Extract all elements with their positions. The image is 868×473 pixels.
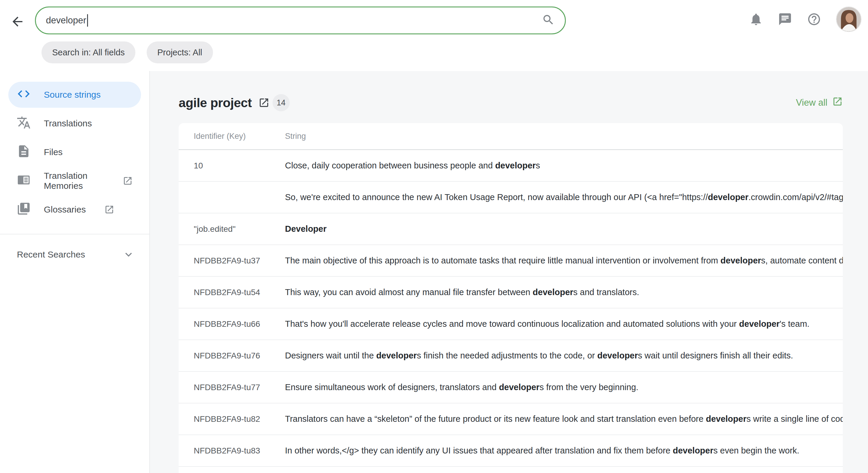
external-link-icon xyxy=(832,96,843,109)
chevron-down-icon xyxy=(122,248,135,261)
sidebar-item-label: Translations xyxy=(44,119,92,129)
topbar: developer Search in: All fields Projects… xyxy=(0,0,868,71)
question-circle-icon xyxy=(807,23,821,27)
row-string: Ensure simultaneous work of designers, t… xyxy=(285,382,843,392)
project-title: agile project xyxy=(179,96,252,110)
row-key: 10 xyxy=(179,161,285,170)
view-all-label: View all xyxy=(796,97,828,108)
search-icon[interactable] xyxy=(542,13,555,28)
row-string: Translators can have a “skeleton” of the… xyxy=(285,414,843,424)
row-key: NFDBB2FA9-tu83 xyxy=(179,446,285,455)
file-icon xyxy=(17,144,31,161)
sidebar-item-glossaries[interactable]: Glossaries xyxy=(8,197,141,223)
row-string: That's how you'll accelerate release cyc… xyxy=(285,319,843,329)
recent-searches-label: Recent Searches xyxy=(17,249,85,260)
table-row[interactable]: NFDBB2FA9-tu77Ensure simultaneous work o… xyxy=(179,372,843,403)
text-caret xyxy=(87,14,88,27)
table-row[interactable]: NFDBB2FA9-tu82Translators can have a “sk… xyxy=(179,403,843,435)
content-area: Source strings Translations Files xyxy=(0,71,868,473)
result-count-badge: 14 xyxy=(273,94,290,111)
table-row[interactable]: So, we're excited to announce the new AI… xyxy=(179,182,843,213)
sidebar-item-translations[interactable]: Translations xyxy=(8,110,141,136)
results-table: Identifier (Key) String 10Close, daily c… xyxy=(179,123,843,473)
sidebar-item-label: Source strings xyxy=(44,90,101,100)
table-body: 10Close, daily cooperation between busin… xyxy=(179,150,843,473)
view-all-link[interactable]: View all xyxy=(796,96,843,109)
arrow-left-icon xyxy=(10,26,25,30)
row-key: NFDBB2FA9-tu66 xyxy=(179,319,285,329)
sidebar-item-label: Glossaries xyxy=(44,205,86,214)
sidebar-item-files[interactable]: Files xyxy=(8,139,141,165)
external-link-icon xyxy=(123,176,133,186)
row-string: So, we're excited to announce the new AI… xyxy=(285,192,843,202)
row-string: The main objective of this approach is t… xyxy=(285,256,843,266)
row-key: NFDBB2FA9-tu82 xyxy=(179,414,285,424)
row-key: NFDBB2FA9-tu77 xyxy=(179,383,285,392)
project-link[interactable]: agile project xyxy=(179,96,270,110)
row-key: NFDBB2FA9-tu37 xyxy=(179,256,285,266)
messages-button[interactable] xyxy=(778,12,792,26)
row-string: This way, you can avoid almost any manua… xyxy=(285,288,843,297)
row-key: "job.edited" xyxy=(179,224,285,234)
sidebar-divider xyxy=(0,234,149,234)
project-heading-row: agile project 14 View all xyxy=(179,94,843,111)
search-input[interactable]: developer xyxy=(35,6,566,34)
row-string: Close, daily cooperation between busines… xyxy=(285,161,843,170)
external-link-icon xyxy=(258,97,270,108)
table-row[interactable]: NFDBB2FA9-tu83In other words,</g> they c… xyxy=(179,435,843,467)
code-icon xyxy=(17,87,31,103)
sidebar-item-source-strings[interactable]: Source strings xyxy=(8,82,141,108)
external-link-icon xyxy=(104,205,114,214)
column-header-key: Identifier (Key) xyxy=(179,132,285,141)
recent-searches-toggle[interactable]: Recent Searches xyxy=(17,248,135,261)
translate-icon xyxy=(17,115,31,132)
sidebar-item-translation-memories[interactable]: Translation Memories xyxy=(8,168,141,194)
column-header-string: String xyxy=(285,132,843,141)
table-row[interactable]: NFDBB2FA9-tu54This way, you can avoid al… xyxy=(179,277,843,308)
row-string: Developer xyxy=(285,224,843,234)
table-header: Identifier (Key) String xyxy=(179,123,843,150)
table-row[interactable]: NFDBB2FA9-tu83The prototyping stage will… xyxy=(179,467,843,473)
table-row[interactable]: NFDBB2FA9-tu37The main objective of this… xyxy=(179,245,843,277)
search-value: developer xyxy=(46,15,86,26)
topbar-actions xyxy=(749,6,862,33)
sidebar-item-label: Files xyxy=(44,147,63,157)
table-row[interactable]: "job.edited"Developer xyxy=(179,213,843,245)
sidebar-item-label: Translation Memories xyxy=(44,171,104,191)
row-key: NFDBB2FA9-tu76 xyxy=(179,351,285,361)
row-string: Designers wait until the developers fini… xyxy=(285,351,843,361)
search-results: agile project 14 View all Identifier (Ke… xyxy=(150,71,868,473)
translation-memory-icon xyxy=(17,173,31,189)
table-row[interactable]: 10Close, daily cooperation between busin… xyxy=(179,150,843,182)
filter-chip-search-in[interactable]: Search in: All fields xyxy=(41,41,135,63)
row-string: In other words,</g> they can identify an… xyxy=(285,446,843,455)
chat-icon xyxy=(778,23,792,27)
help-button[interactable] xyxy=(807,12,821,26)
table-row[interactable]: NFDBB2FA9-tu76Designers wait until the d… xyxy=(179,340,843,372)
table-row[interactable]: NFDBB2FA9-tu66That's how you'll accelera… xyxy=(179,308,843,340)
notifications-button[interactable] xyxy=(749,12,763,26)
user-avatar[interactable] xyxy=(836,6,862,32)
bell-icon xyxy=(749,23,763,27)
avatar-photo xyxy=(837,7,861,31)
sidebar: Source strings Translations Files xyxy=(0,71,150,473)
row-key: NFDBB2FA9-tu54 xyxy=(179,288,285,297)
filter-chip-projects[interactable]: Projects: All xyxy=(147,41,213,63)
glossary-icon xyxy=(17,202,31,218)
search-filter-chips: Search in: All fields Projects: All xyxy=(41,41,213,63)
back-button[interactable] xyxy=(10,14,25,29)
